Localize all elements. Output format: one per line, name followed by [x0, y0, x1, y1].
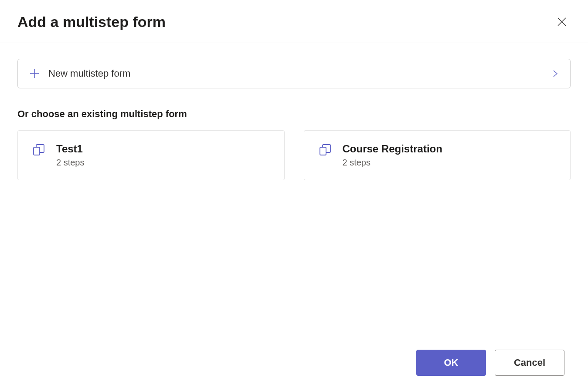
form-card-test1[interactable]: Test1 2 steps — [17, 130, 285, 180]
svg-rect-5 — [320, 147, 326, 155]
close-button[interactable] — [553, 13, 571, 30]
form-card-title: Course Registration — [343, 143, 442, 155]
new-form-label: New multistep form — [48, 68, 130, 79]
form-card-text: Test1 2 steps — [56, 143, 84, 168]
dialog-body: New multistep form Or choose an existing… — [0, 43, 588, 180]
close-icon — [557, 17, 567, 27]
dialog-header: Add a multistep form — [0, 0, 588, 43]
svg-rect-4 — [34, 147, 40, 155]
form-card-subtitle: 2 steps — [56, 158, 84, 168]
multistep-form-icon — [33, 144, 46, 157]
chevron-right-icon — [552, 70, 559, 77]
dialog-title: Add a multistep form — [17, 13, 166, 30]
form-card-subtitle: 2 steps — [343, 158, 442, 168]
cancel-button[interactable]: Cancel — [495, 350, 564, 376]
new-multistep-form-button[interactable]: New multistep form — [17, 59, 571, 88]
form-card-text: Course Registration 2 steps — [343, 143, 442, 168]
ok-button[interactable]: OK — [416, 350, 486, 376]
form-card-title: Test1 — [56, 143, 84, 155]
multistep-form-icon — [319, 144, 332, 157]
form-card-course-registration[interactable]: Course Registration 2 steps — [304, 130, 571, 180]
dialog-footer: OK Cancel — [416, 350, 564, 376]
existing-forms-grid: Test1 2 steps Course Registration 2 step… — [17, 130, 571, 180]
plus-icon — [29, 68, 40, 79]
existing-forms-section-label: Or choose an existing multistep form — [17, 108, 571, 120]
new-form-button-content: New multistep form — [29, 68, 130, 79]
